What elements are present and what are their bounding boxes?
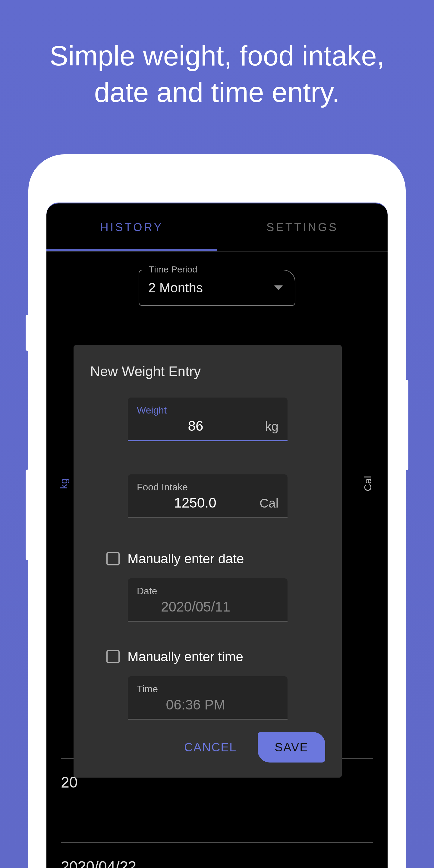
new-weight-dialog: New Weight Entry Weight 86 kg Food Intak…	[73, 345, 342, 778]
date-label: Date	[137, 586, 278, 597]
manual-time-label: Manually enter time	[127, 649, 243, 664]
field-underline	[128, 517, 287, 518]
weight-field[interactable]: Weight 86 kg	[128, 398, 287, 441]
food-intake-field[interactable]: Food Intake 1250.0 Cal	[128, 474, 287, 518]
food-unit: Cal	[259, 496, 278, 510]
manual-date-label: Manually enter date	[127, 551, 244, 566]
food-value: 1250.0	[137, 495, 253, 511]
weight-unit: kg	[260, 419, 278, 434]
dialog-title: New Weight Entry	[90, 363, 325, 379]
field-underline	[128, 621, 287, 622]
save-button[interactable]: SAVE	[258, 732, 325, 763]
promo-title: Simple weight, food intake, date and tim…	[0, 0, 434, 111]
weight-label: Weight	[137, 405, 278, 416]
food-label: Food Intake	[137, 482, 278, 493]
time-placeholder: 06:36 PM	[137, 696, 254, 713]
manual-time-checkbox-row[interactable]: Manually enter time	[106, 649, 325, 664]
time-label: Time	[137, 684, 278, 695]
date-placeholder: 2020/05/11	[137, 598, 254, 615]
phone-screen: HISTORY SETTINGS Time Period 2 Months kg…	[46, 203, 388, 868]
field-underline	[128, 719, 287, 720]
manual-date-checkbox-row[interactable]: Manually enter date	[106, 551, 325, 566]
cancel-button[interactable]: CANCEL	[175, 735, 246, 760]
date-field[interactable]: Date 2020/05/11	[128, 578, 287, 622]
checkbox-icon	[106, 650, 120, 663]
field-underline	[128, 440, 287, 441]
checkbox-icon	[106, 552, 120, 565]
time-field[interactable]: Time 06:36 PM	[128, 676, 287, 720]
phone-frame: HISTORY SETTINGS Time Period 2 Months kg…	[28, 154, 406, 868]
dialog-actions: CANCEL SAVE	[90, 732, 325, 763]
weight-value: 86	[137, 418, 254, 434]
